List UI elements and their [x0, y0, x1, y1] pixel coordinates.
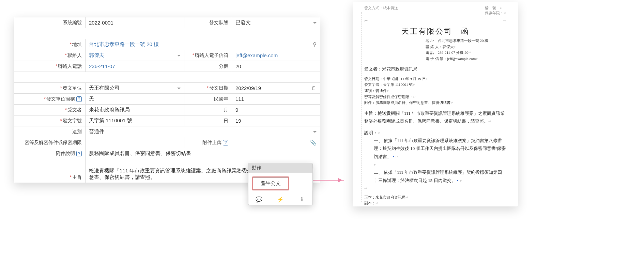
secret-input[interactable] [86, 137, 184, 148]
unit-abbr-input[interactable]: 天 [86, 94, 184, 105]
status-label: 發文狀態 [184, 17, 232, 28]
addr-input[interactable]: 台北市忠孝東路一段一號 20 樓⚲ [86, 39, 320, 50]
comment-icon[interactable]: 💬 [248, 194, 270, 205]
subject-label: 主旨 [14, 159, 86, 183]
roc-label: 民國年 [184, 94, 232, 105]
upload-label: 附件上傳? [184, 137, 232, 148]
phone-label: 聯絡人電話 [14, 61, 86, 72]
generate-document-button[interactable]: 產生公文 [252, 176, 289, 190]
doc-send-method: 發文方式：紙本傳送 [364, 5, 398, 16]
status-select[interactable]: 已發文 [232, 17, 320, 28]
help-icon[interactable]: ? [76, 151, 82, 156]
bolt-icon[interactable]: ⚡ [270, 194, 291, 205]
email-label: 聯絡人電子信箱 [184, 50, 232, 61]
ext-input[interactable]: 20 [232, 61, 320, 72]
document-form-panel: 系統編號 2022-0001 發文狀態 已發文 聯絡資訊 地址 台北市忠孝東路一… [14, 17, 320, 183]
day-value: 19 [232, 115, 320, 126]
date-input[interactable]: 2022/09/19🗓 [232, 83, 320, 94]
help-icon[interactable]: ? [223, 140, 228, 145]
month-label: 月 [184, 105, 232, 115]
doc-subject: 檢送貴機關「111 年市政重要資訊管理系統維護案」之廠商資訊業務委外服務團隊成員… [364, 111, 505, 124]
doc-paragraph-2: 二、 依據「111 年市政重要資訊管理系統維護」契約投標須知第四十三條辦理：於決… [374, 170, 502, 183]
doc-title: 天王有限公司 函 [364, 26, 506, 36]
sys-no-value: 2022-0001 [86, 17, 184, 28]
date-label: 發文日期 [184, 83, 232, 94]
contact-select[interactable]: 郭傑夫 [86, 50, 184, 61]
email-input[interactable]: jeff@example.com [232, 50, 320, 61]
docno-label: 發文字號 [14, 115, 86, 126]
calendar-icon[interactable]: 🗓 [311, 85, 317, 91]
speed-label: 速別 [14, 126, 86, 137]
attachment-icon[interactable]: 📎 [310, 140, 317, 146]
contact-header: 聯絡資訊 [14, 28, 320, 39]
form-table: 系統編號 2022-0001 發文狀態 已發文 聯絡資訊 地址 台北市忠孝東路一… [14, 17, 320, 183]
attach-desc-label: 附件說明? [14, 148, 86, 159]
attach-desc-input[interactable]: 服務團隊成員名冊、保密同意書、保密切結書 [86, 148, 320, 159]
recipient-input[interactable]: 米花市政府資訊局 [86, 105, 184, 115]
speed-select[interactable]: 普通件 [86, 126, 320, 137]
day-label: 日 [184, 115, 232, 126]
sys-no-label: 系統編號 [14, 17, 86, 28]
location-icon[interactable]: ⚲ [313, 41, 317, 47]
contact-label: 聯絡人 [14, 50, 86, 61]
month-value: 9 [232, 105, 320, 115]
upload-input[interactable]: 📎 [232, 137, 320, 148]
help-icon[interactable]: ? [76, 96, 82, 102]
ext-label: 分機 [184, 61, 232, 72]
addr-label: 地址 [14, 39, 86, 50]
phone-input[interactable]: 236-211-07 [86, 61, 184, 72]
info-icon[interactable]: ℹ [291, 194, 312, 205]
action-header: 動作 [248, 163, 312, 173]
docno-input[interactable]: 天字第 1110001 號 [86, 115, 184, 126]
unit-select[interactable]: 天王有限公司 [86, 83, 184, 94]
roc-value: 111 [232, 94, 320, 105]
secret-label: 密等及解密條件或保密期限 [14, 137, 86, 148]
unit-label: 發文單位 [14, 83, 86, 94]
doc-recipient: 受文者：米花市政府資訊局 [364, 65, 506, 73]
main-header: 公文主要資訊 [14, 72, 320, 83]
unit-abbr-label: 發文單位簡稱? [14, 94, 86, 105]
generated-document-preview: 發文方式：紙本傳送 檔 號：↵保存年限：↵ ⌐¬ 天王有限公司 函 地 址：台北… [353, 2, 518, 206]
action-popup: 動作 產生公文 💬 ⚡ ℹ [248, 163, 313, 205]
recipient-label: 受文者 [14, 105, 86, 115]
